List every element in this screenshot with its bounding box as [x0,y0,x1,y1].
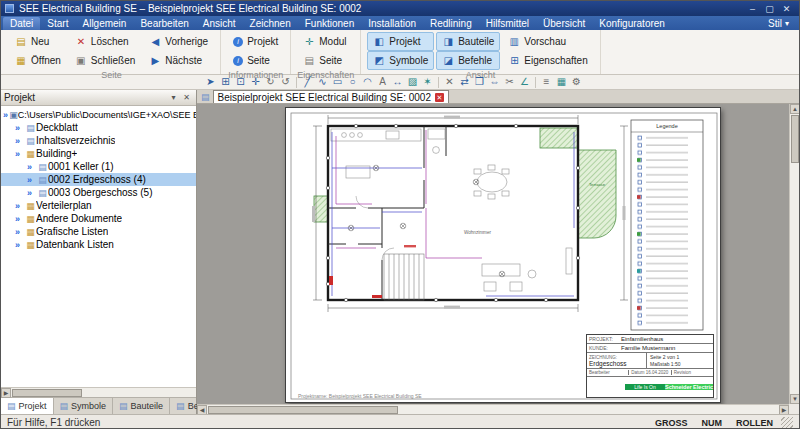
loeschen-button[interactable]: ✕ Löschen [69,32,141,51]
tree-item-obergeschoss[interactable]: » ▤ 0003 Obergeschoss (5) [1,186,196,199]
tree-item-inhaltsverzeichnis[interactable]: » ▤ Inhaltsverzeichnis [1,134,196,147]
move-tool-icon[interactable]: ⇄ [457,75,472,89]
pin-icon[interactable]: ▾ [167,93,180,102]
symbol-tool-icon[interactable]: ✶ [420,75,435,89]
tree-item-grafische-listen[interactable]: » ▦ Grafische Listen [1,225,196,238]
document-close-icon[interactable]: ✕ [435,93,444,102]
menu-tab-start[interactable]: Start [40,17,75,30]
scroll-up-icon[interactable]: ▲ [790,104,799,114]
text-tool-icon[interactable]: A [375,75,390,89]
drawing-page[interactable]: Terrasse Wohnzimmer Legende [285,107,721,403]
panel-tab-projekt[interactable]: ▤ Projekt [1,398,54,414]
expand-icon[interactable]: » [15,136,25,146]
resize-grip[interactable] [781,417,793,429]
scroll-right-icon[interactable]: ▶ [779,405,789,414]
vertical-scrollbar[interactable]: ▲ ▼ [789,104,799,404]
ansicht-befehle-toggle[interactable]: ◪ Befehle [436,51,500,70]
info-projekt-button[interactable]: i Projekt [227,32,284,51]
vorherige-button[interactable]: ◀ Vorherige [143,32,214,51]
arc-tool-icon[interactable]: ◠ [360,75,375,89]
pan-icon[interactable]: ✛ [248,75,263,89]
panel-close-icon[interactable]: ✕ [180,93,193,102]
expand-icon[interactable]: » [27,175,37,185]
redraw-icon[interactable]: ↻ [263,75,278,89]
menu-tab-datei[interactable]: Datei [3,17,40,30]
neu-button[interactable]: ▤ Neu [9,32,67,51]
layers-icon[interactable]: ≡ [539,75,554,89]
dimension-tool-icon[interactable]: ↔ [390,75,405,89]
menu-tab-uebersicht[interactable]: Übersicht [536,17,592,30]
menu-tab-funktionen[interactable]: Funktionen [298,17,361,30]
grid-icon[interactable]: ▦ [554,75,569,89]
mirror-tool-icon[interactable]: ⇔ [487,75,502,89]
scroll-left-icon[interactable]: ◀ [197,405,207,414]
menu-tab-ansicht[interactable]: Ansicht [196,17,243,30]
ansicht-eigenschaften-toggle[interactable]: ⊞ Eigenschaften [502,51,593,70]
modul-button[interactable]: ✛ Modul [297,32,354,51]
ansicht-symbole-toggle[interactable]: ◩ Symbole [367,51,434,70]
tree-item-verteilerplan[interactable]: » ▦ Verteilerplan [1,199,196,212]
expand-icon[interactable]: » [27,188,37,198]
zoom-all-icon[interactable]: ⊡ [233,75,248,89]
expand-icon[interactable]: » [15,227,25,237]
menu-tab-zeichnen[interactable]: Zeichnen [243,17,298,30]
document-tab[interactable]: Beispielprojekt SEE Electrical Building … [213,90,449,103]
polyline-tool-icon[interactable]: ∿ [315,75,330,89]
info-seite-button[interactable]: i Seite [227,51,284,70]
panel-horizontal-scrollbar[interactable]: ◀ ▶ [1,387,196,397]
undo-icon[interactable]: ↺ [278,75,293,89]
menu-tab-allgemein[interactable]: Allgemein [75,17,133,30]
oeffnen-button[interactable]: ▦ Öffnen [9,51,67,70]
expand-icon[interactable]: » [15,123,25,133]
line-tool-icon[interactable]: ╱ [300,75,315,89]
drawing-canvas[interactable]: Terrasse Wohnzimmer Legende [197,104,799,414]
settings-gear-icon[interactable]: ⚙ [569,75,584,89]
expand-icon[interactable]: » [15,149,25,159]
ansicht-projekt-toggle[interactable]: ◧ Projekt [367,32,434,51]
menu-tab-konfiguratoren[interactable]: Konfiguratoren [592,17,672,30]
rectangle-tool-icon[interactable]: ▭ [330,75,345,89]
scrollbar-thumb[interactable] [208,406,398,414]
tree-item-andere-dokumente[interactable]: » ▦ Andere Dokumente [1,212,196,225]
tree-item-keller[interactable]: » ▤ 0001 Keller (1) [1,160,196,173]
document-area: ▤ Beispielprojekt SEE Electrical Buildin… [197,90,799,414]
panel-tab-symbole[interactable]: ▤ Symbole [54,398,114,414]
tree-item-building[interactable]: » ▦ Building+ [1,147,196,160]
minimize-button[interactable]: – [744,4,761,14]
schliessen-label: Schließen [91,55,135,66]
scroll-down-icon[interactable]: ▼ [790,394,799,404]
expand-icon[interactable]: » [15,201,25,211]
ansicht-bauteile-toggle[interactable]: ◨ Bauteile [436,32,500,51]
expand-icon[interactable]: » [27,162,37,172]
tree-item-datenbank-listen[interactable]: » ▦ Datenbank Listen [1,238,196,251]
expand-icon[interactable]: » [15,240,25,250]
scrollbar-thumb[interactable] [791,115,799,163]
measure-tool-icon[interactable]: ∠ [517,75,532,89]
menu-tab-bearbeiten[interactable]: Bearbeiten [133,17,195,30]
ansicht-vorschau-toggle[interactable]: ▥ Vorschau [502,32,593,51]
panel-tab-bauteile[interactable]: ▤ Bauteile [113,398,170,414]
style-dropdown[interactable]: Stil ▾ [768,18,797,29]
zoom-window-icon[interactable]: ⊞ [218,75,233,89]
tree-item-erdgeschoss[interactable]: » ▤ 0002 Erdgeschoss (4) [1,173,196,186]
expand-icon[interactable]: » [15,214,25,224]
menu-tab-hilfsmittel[interactable]: Hilfsmittel [479,17,536,30]
tree-item-project-root[interactable]: » ▣ C:\Users\Public\Documents\IGE+XAO\SE… [1,108,196,121]
copy-tool-icon[interactable]: ❐ [472,75,487,89]
eigenschaften-seite-button[interactable]: ▤ Seite [297,51,354,70]
circle-tool-icon[interactable]: ○ [345,75,360,89]
delete-tool-icon[interactable]: ✕ [442,75,457,89]
maximize-button[interactable]: ▢ [761,4,778,14]
select-tool-icon[interactable]: ➤ [203,75,218,89]
trim-tool-icon[interactable]: ✂ [502,75,517,89]
hatch-tool-icon[interactable]: ▨ [405,75,420,89]
horizontal-scrollbar[interactable]: ◀ ▶ [197,404,789,414]
schliessen-button[interactable]: ▣ Schließen [69,51,141,70]
close-button[interactable]: ✕ [778,4,795,14]
menu-tab-redlining[interactable]: Redlining [423,17,479,30]
naechste-button[interactable]: ▶ Nächste [143,51,214,70]
scroll-right-icon[interactable]: ▶ [1,388,11,398]
tree-item-deckblatt[interactable]: » ▤ Deckblatt [1,121,196,134]
menu-tab-installation[interactable]: Installation [361,17,423,30]
scrollbar-thumb[interactable] [12,389,82,397]
